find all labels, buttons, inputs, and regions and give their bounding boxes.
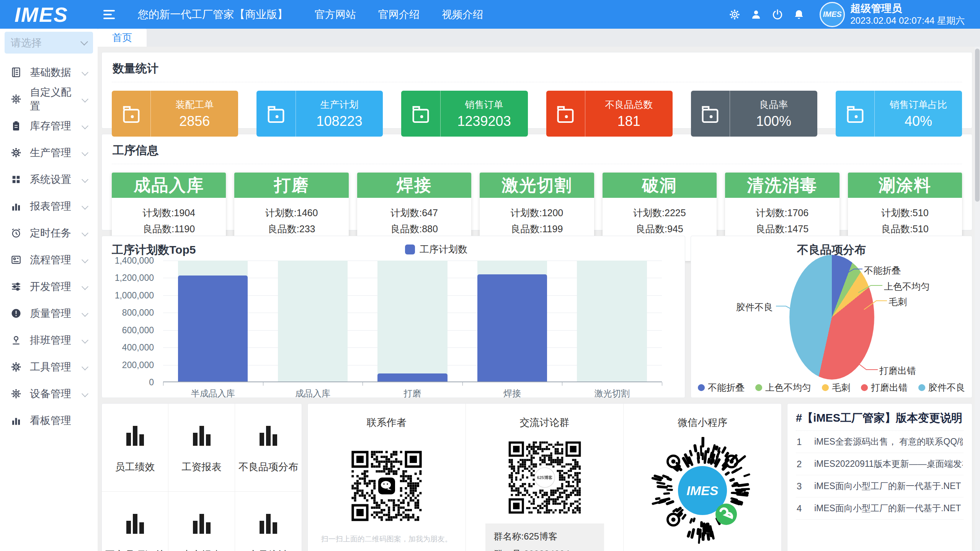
bell-icon[interactable]: [788, 6, 810, 23]
mini-program-code: [649, 437, 756, 544]
grid-icon: [10, 173, 22, 186]
pie-legend-item[interactable]: 胶件不良: [918, 381, 965, 394]
scrollbar[interactable]: [975, 47, 980, 551]
bar-chart-icon: [126, 514, 144, 534]
chevron-down-icon: [82, 390, 88, 397]
bar-chart-icon: [193, 426, 211, 446]
chevron-down-icon: [82, 69, 88, 76]
pie-legend-item[interactable]: 打磨出错: [861, 381, 908, 394]
nav-official-site[interactable]: 官方网站: [315, 8, 356, 21]
pie-label: 上色不均匀: [884, 280, 930, 293]
chevron-down-icon: [82, 122, 88, 129]
gear-outline-icon: [10, 388, 22, 400]
sidebar-item-reports[interactable]: 报表管理: [0, 193, 98, 220]
qr-discussion-group: 交流讨论群 群名称:625博客 群 号:200884004: [466, 404, 624, 551]
pie-legend-item[interactable]: 上色不均匀: [755, 381, 811, 394]
power-icon[interactable]: [767, 6, 788, 23]
stats-panel: 数量统计 装配工单2856 生产计划108223 销售订单1239203 不良品…: [101, 52, 972, 129]
stat-card-sales-orders: 销售订单1239203: [401, 91, 528, 137]
sidebar-item-custom-config[interactable]: 自定义配置: [0, 86, 98, 112]
chevron-down-icon: [82, 256, 88, 263]
clipboard-icon: [10, 120, 22, 132]
chevron-down-icon: [82, 364, 88, 370]
avatar[interactable]: IMES: [820, 2, 845, 27]
group-qr-code: [506, 439, 583, 516]
report-item-defect-summary[interactable]: 不良品项汇总: [102, 492, 168, 551]
folder-icon: [409, 102, 433, 126]
nav-site-intro[interactable]: 官网介绍: [378, 8, 420, 21]
sidebar-item-shift[interactable]: 排班管理: [0, 327, 98, 354]
legend-dot: [822, 384, 829, 391]
report-shortcuts: 员工绩效 工资报表 不良品项分布 不良品项汇总 生产报表: [101, 403, 302, 551]
nav-video-intro[interactable]: 视频介绍: [442, 8, 483, 21]
contact-qr-code: [349, 448, 424, 523]
gear-outline-icon: [10, 93, 22, 105]
scrollbar-thumb: [975, 49, 980, 202]
bar-chart-icon: [260, 426, 277, 446]
report-item-output-stats[interactable]: 产量统计: [235, 492, 302, 551]
pie-legend-item[interactable]: 毛刺: [822, 381, 850, 394]
main-content: 数量统计 装配工单2856 生产计划108223 销售订单1239203 不良品…: [98, 47, 980, 551]
bar-plot-area: 半成品入库成品入库打磨焊接激光切割: [163, 261, 662, 382]
gear-icon: [10, 147, 22, 159]
sidebar-item-base-data[interactable]: 基础数据: [0, 59, 98, 86]
sidebar-item-scheduled-tasks[interactable]: 定时任务: [0, 220, 98, 246]
tab-home[interactable]: 首页: [98, 29, 147, 47]
sidebar-item-development[interactable]: 开发管理: [0, 273, 98, 300]
sidebar-item-system[interactable]: 系统设置: [0, 166, 98, 193]
sidebar-select[interactable]: 请选择: [5, 32, 93, 54]
legend-dot: [698, 384, 705, 391]
sidebar-item-kanban[interactable]: 看板管理: [0, 407, 98, 434]
hamburger-menu-icon[interactable]: [103, 10, 115, 19]
legend-dot: [755, 384, 762, 391]
bar-chart-legend[interactable]: 工序计划数: [405, 243, 467, 256]
settings-gear-icon[interactable]: [724, 6, 745, 23]
user-icon[interactable]: [745, 6, 767, 23]
bar-chart-icon: [10, 200, 22, 212]
stat-card-yield-rate: 良品率100%: [691, 91, 817, 137]
process-title: 工序信息: [112, 140, 962, 164]
process-panel: 工序信息 成品入库 计划数:1904 良品数:1190 不良品数:27 打磨 计…: [101, 134, 972, 230]
report-item-defect-distribution[interactable]: 不良品项分布: [235, 404, 302, 492]
sidebar-item-quality[interactable]: 质量管理: [0, 300, 98, 327]
report-item-employee-performance[interactable]: 员工绩效: [102, 404, 168, 492]
chevron-down-icon: [82, 203, 88, 210]
app-logo: IMES: [15, 3, 68, 26]
report-item-production-report[interactable]: 生产报表: [168, 492, 235, 551]
folder-icon: [843, 102, 867, 126]
bottom-row: 员工绩效 工资报表 不良品项分布 不良品项汇总 生产报表: [101, 403, 972, 551]
bar-chart-icon: [193, 514, 211, 534]
qr-mini-program: 微信小程序: [624, 404, 781, 551]
sidebar-item-inventory[interactable]: 库存管理: [0, 112, 98, 139]
pie-legend: 不能折叠 上色不均匀 毛刺 打磨出错 胶件不良: [691, 381, 972, 394]
chevron-down-icon: [82, 96, 88, 103]
bar-chart-icon: [126, 426, 144, 446]
report-item-salary-report[interactable]: 工资报表: [168, 404, 235, 492]
bar-chart-icon: [10, 414, 22, 427]
sidebar-item-production[interactable]: 生产管理: [0, 139, 98, 166]
pie-legend-item[interactable]: 不能折叠: [698, 381, 745, 394]
folder-icon: [554, 102, 577, 126]
sidebar-item-workflow[interactable]: 流程管理: [0, 246, 98, 273]
person-icon: [10, 334, 22, 346]
group-info-box: 群名称:625博客 群 号:200884004: [485, 523, 604, 551]
charts-row: 工序计划数Top5 工序计划数 1,400,0001,200,0001,000,…: [101, 236, 972, 398]
chevron-down-icon: [82, 176, 88, 183]
chevron-down-icon: [82, 149, 88, 156]
sidebar-item-tools[interactable]: 工具管理: [0, 354, 98, 380]
bar-chart-icon: [260, 514, 277, 534]
user-name: 超级管理员: [850, 2, 965, 15]
chevron-down-icon: [82, 337, 88, 344]
flow-card-icon: [10, 254, 22, 266]
sidebar: 请选择 基础数据: [0, 29, 98, 551]
sliders-icon: [10, 280, 22, 293]
sidebar-item-equipment[interactable]: 设备管理: [0, 380, 98, 407]
legend-dot: [918, 384, 925, 391]
document-icon: [10, 66, 22, 78]
legend-dot: [861, 384, 868, 391]
chevron-down-icon: [82, 310, 88, 317]
imes-dashboard: IMES 您的新一代工厂管家【商业版】 官方网站 官网介绍 视频介绍: [0, 0, 980, 551]
chevron-down-icon: [82, 230, 88, 236]
bar-焊接: [477, 274, 547, 382]
pie-label: 毛刺: [889, 296, 907, 308]
